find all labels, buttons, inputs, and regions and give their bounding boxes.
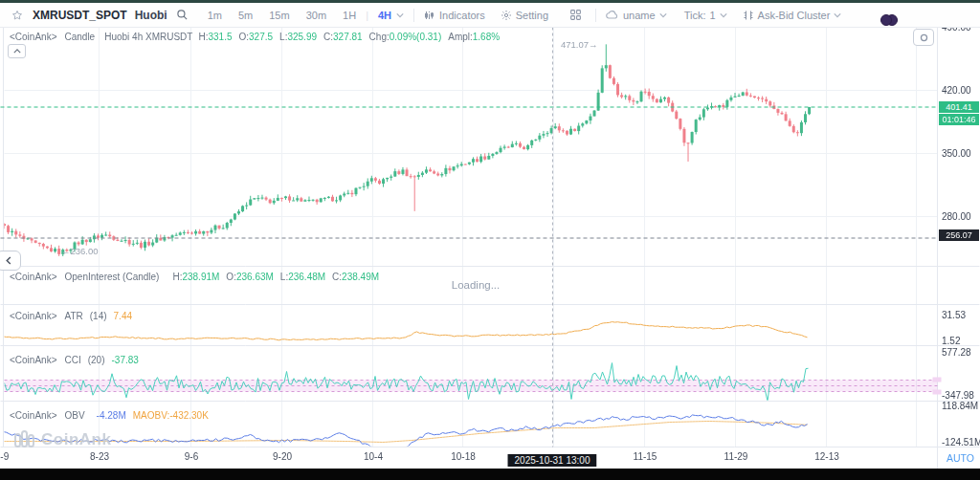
indicator-axis-label: 118.84M — [942, 401, 978, 411]
legend-segment: C: — [323, 32, 333, 42]
legend-segment: H: — [198, 32, 208, 42]
chart-toolbar: XMRUSDT_SPOT Huobi 1m5m15m30m1H | 4H Ind… — [0, 3, 980, 28]
search-icon[interactable] — [176, 9, 189, 21]
watermark: CoinAnk — [13, 429, 111, 450]
coinank-logo-icon — [13, 429, 36, 450]
timeframe-1m[interactable]: 1m — [208, 10, 222, 21]
legend-segment: -37.83 — [112, 355, 139, 365]
timeframe-5m[interactable]: 5m — [238, 10, 253, 21]
legend-collapse-button[interactable] — [8, 44, 26, 58]
timeframe-list: 1m5m15m30m1H — [189, 10, 356, 21]
low-price-annotation: ←236.00 — [61, 246, 99, 256]
legend-segment: <CoinAnk> — [10, 410, 56, 421]
time-axis-label: 12-13 — [814, 451, 839, 462]
chevron-down-icon — [720, 12, 727, 18]
watermark-text: CoinAnk — [41, 430, 111, 449]
legend-segment: 236.63M — [236, 272, 274, 282]
price-level-badge: 256.07 — [939, 229, 979, 241]
panel-legend-0: <CoinAnk>CandleHuobi 4h XMRUSDTH:331.5O:… — [10, 32, 500, 42]
legend-segment: O: — [226, 272, 236, 282]
window-top-strip — [0, 0, 980, 3]
gradient-handle-right[interactable] — [880, 14, 892, 26]
cloud-icon — [606, 10, 619, 20]
time-axis-label: 11-15 — [634, 451, 657, 462]
scroll-left-button[interactable] — [0, 251, 21, 271]
setting-button[interactable]: Setting — [501, 10, 548, 21]
legend-segment: 327.81 — [333, 32, 363, 42]
legend-segment: <CoinAnk> — [10, 32, 56, 42]
auto-scale-label[interactable]: AUTO — [947, 452, 974, 464]
legend-segment: 1.68% — [473, 32, 500, 42]
legend-segment: Ampl: — [448, 32, 473, 42]
legend-segment: <CoinAnk> — [10, 311, 56, 321]
legend-segment: -4.28M — [97, 410, 126, 421]
legend-segment: Candle — [64, 32, 95, 42]
legend-segment: ATR — [64, 311, 82, 321]
chevron-down-icon — [834, 12, 841, 18]
legend-segment: OBV — [64, 410, 84, 421]
window-bottom-bar — [0, 469, 980, 480]
price-axis-label: 350.00 — [942, 148, 971, 159]
panel-legend-2: <CoinAnk>ATR(14)7.44 — [10, 311, 132, 321]
indicator-axis-label: -347.98 — [942, 390, 974, 401]
time-axis-label: 8-9 — [0, 451, 9, 462]
last-price-badge: 401.41 — [939, 101, 979, 113]
legend-segment: 7.44 — [114, 311, 132, 321]
panel-legend-4: <CoinAnk>OBV-4.28MMAOBV:-432.30K — [10, 410, 209, 421]
legend-segment: H: — [172, 272, 182, 282]
gear-icon — [501, 10, 512, 21]
chevron-down-icon[interactable] — [396, 12, 404, 18]
price-chart-canvas[interactable] — [0, 0, 980, 480]
legend-segment: 331.5 — [208, 32, 232, 42]
indicator-axis-label: -124.51M — [942, 437, 980, 447]
timeframe-30m[interactable]: 30m — [306, 10, 326, 21]
indicator-axis-label: 1.52 — [942, 336, 960, 346]
timeframe-15m[interactable]: 15m — [269, 10, 289, 21]
panel-legend-3: <CoinAnk>CCI(20)-37.83 — [10, 355, 139, 365]
timeframe-4h-active[interactable]: 4H — [378, 10, 391, 21]
legend-segment: (14) — [90, 311, 107, 321]
price-axis-label: 420.00 — [942, 85, 971, 96]
legend-segment: Huobi 4h XMRUSDT — [104, 32, 192, 42]
crosshair-date-tooltip: 2025-10-31 13:00 — [508, 454, 597, 467]
screenshot-button[interactable] — [913, 29, 934, 46]
legend-segment: L: — [280, 272, 288, 282]
legend-segment: <CoinAnk> — [10, 272, 56, 282]
panel-legend-1: <CoinAnk>OpenInterest (Candle)H:238.91MO… — [10, 272, 379, 282]
tick-value: 1 — [709, 10, 715, 21]
time-axis-label: 10-4 — [364, 451, 383, 462]
legend-segment: L: — [279, 32, 287, 42]
ask-bid-cluster-dropdown[interactable]: Ask-Bid Cluster — [743, 10, 842, 21]
time-axis-label: 10-18 — [451, 451, 476, 462]
chevron-left-icon — [6, 256, 11, 265]
indicator-axis-label: 31.53 — [942, 310, 966, 320]
legend-segment: MAOBV:-432.30K — [133, 410, 209, 421]
ask-bid-label: Ask-Bid Cluster — [758, 10, 831, 21]
time-axis-label: 9-20 — [273, 451, 292, 462]
layout-grid-icon[interactable] — [569, 9, 582, 21]
legend-segment: Chg: — [369, 32, 390, 42]
symbol-name[interactable]: XMRUSDT_SPOT — [33, 9, 127, 22]
price-axis-label: 280.00 — [942, 211, 971, 222]
chevron-down-icon — [659, 12, 667, 18]
star-icon[interactable] — [11, 10, 23, 21]
legend-segment: <CoinAnk> — [10, 355, 56, 365]
ask-bid-icon — [743, 10, 754, 21]
time-axis-label: 11-29 — [724, 451, 748, 462]
indicators-icon — [424, 10, 435, 21]
legend-segment: C: — [332, 272, 342, 282]
tick-dropdown[interactable]: Tick: 1 — [684, 10, 727, 21]
legend-segment: 327.5 — [249, 32, 273, 42]
legend-segment: 236.48M — [288, 272, 325, 282]
tick-label: Tick: — [684, 10, 706, 21]
layout-name-dropdown[interactable]: uname — [606, 10, 667, 21]
camera-icon — [920, 33, 928, 42]
exchange-name: Huobi — [135, 9, 167, 22]
indicator-axis-label: 577.28 — [942, 347, 971, 358]
timeframe-1h[interactable]: 1H — [343, 10, 356, 21]
legend-segment: CCI — [64, 355, 80, 365]
toolbar-divider — [595, 9, 596, 22]
legend-segment: 238.49M — [342, 272, 379, 282]
indicators-button[interactable]: Indicators — [424, 10, 485, 21]
indicators-label: Indicators — [439, 10, 485, 21]
